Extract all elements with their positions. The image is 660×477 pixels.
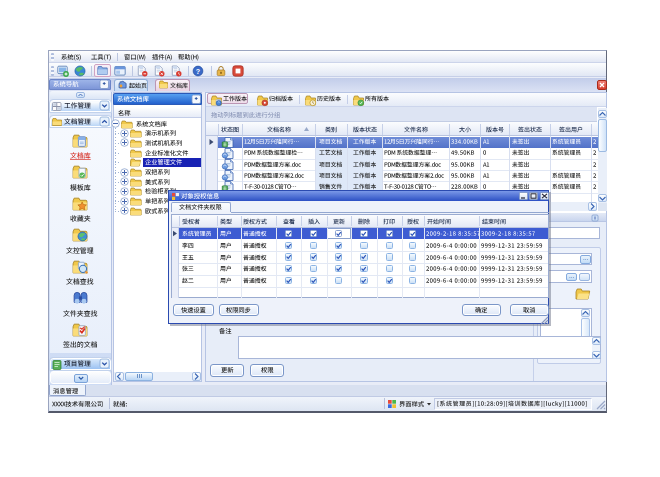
svg-text:?: ? [196,67,200,76]
